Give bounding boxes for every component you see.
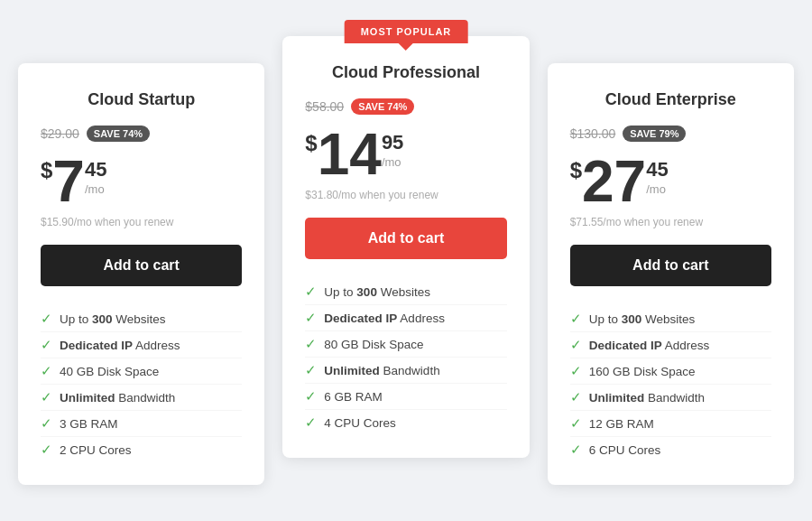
feature-text: Dedicated IP Address (324, 312, 445, 325)
check-icon: ✓ (305, 336, 317, 352)
pricing-row: $58.00SAVE 74% (305, 98, 506, 115)
plan-name: Cloud Professional (305, 63, 506, 82)
price-display: $745/mo (41, 153, 242, 210)
price-dollar: $ (41, 160, 52, 181)
check-icon: ✓ (41, 311, 52, 327)
price-main: 7 (52, 153, 85, 210)
check-icon: ✓ (305, 388, 317, 405)
renew-price: $15.90/mo when you renew (41, 216, 242, 228)
plan-card-enterprise: Cloud Enterprise$130.00SAVE 79%$2745/mo$… (548, 63, 794, 485)
check-icon: ✓ (305, 310, 317, 326)
price-cents-mo: 45/mo (85, 160, 106, 195)
price-cents-mo: 95/mo (382, 133, 403, 168)
feature-item: ✓Unlimited Bandwidth (570, 384, 771, 410)
feature-text: 4 CPU Cores (324, 416, 396, 430)
pricing-container: Cloud Startup$29.00SAVE 74%$745/mo$15.90… (18, 36, 794, 485)
feature-item: ✓Up to 300 Websites (41, 306, 242, 331)
feature-item: ✓80 GB Disk Space (305, 330, 506, 357)
feature-item: ✓Up to 300 Websites (305, 279, 506, 304)
save-badge: SAVE 79% (623, 126, 686, 142)
check-icon: ✓ (570, 442, 582, 458)
check-icon: ✓ (570, 363, 582, 379)
feature-item: ✓3 GB RAM (41, 410, 242, 436)
price-cents: 45 (646, 160, 668, 180)
feature-text: Unlimited Bandwidth (60, 391, 175, 405)
feature-item: ✓Dedicated IP Address (305, 304, 506, 330)
feature-text: Unlimited Bandwidth (589, 391, 705, 405)
feature-text: Dedicated IP Address (589, 339, 710, 352)
plan-card-startup: Cloud Startup$29.00SAVE 74%$745/mo$15.90… (18, 63, 264, 485)
check-icon: ✓ (570, 389, 582, 405)
feature-text: 6 CPU Cores (589, 443, 661, 457)
feature-text: Unlimited Bandwidth (324, 364, 439, 377)
feature-item: ✓Up to 300 Websites (570, 306, 771, 331)
original-price: $58.00 (305, 99, 344, 114)
check-icon: ✓ (41, 389, 52, 405)
plan-name: Cloud Enterprise (570, 90, 771, 109)
check-icon: ✓ (570, 415, 582, 432)
feature-text: 40 GB Disk Space (60, 365, 159, 378)
check-icon: ✓ (41, 442, 52, 458)
price-main: 14 (318, 126, 382, 183)
feature-item: ✓6 CPU Cores (570, 436, 771, 462)
save-badge: SAVE 74% (351, 98, 414, 115)
plan-wrapper-enterprise: Cloud Enterprise$130.00SAVE 79%$2745/mo$… (548, 36, 794, 485)
add-to-cart-button-startup[interactable]: Add to cart (41, 245, 242, 286)
original-price: $29.00 (41, 126, 79, 141)
features-list: ✓Up to 300 Websites✓Dedicated IP Address… (305, 279, 506, 435)
original-price: $130.00 (570, 126, 616, 141)
renew-price: $71.55/mo when you renew (570, 216, 771, 228)
check-icon: ✓ (305, 284, 317, 300)
check-icon: ✓ (570, 311, 582, 327)
feature-text: Up to 300 Websites (324, 285, 430, 299)
feature-text: 3 GB RAM (60, 417, 118, 431)
plan-name: Cloud Startup (41, 90, 242, 109)
feature-text: 80 GB Disk Space (324, 338, 423, 351)
feature-text: 2 CPU Cores (60, 443, 132, 457)
check-icon: ✓ (41, 415, 52, 432)
plan-wrapper-startup: Cloud Startup$29.00SAVE 74%$745/mo$15.90… (18, 36, 264, 485)
add-to-cart-button-enterprise[interactable]: Add to cart (570, 245, 771, 286)
most-popular-badge: MOST POPULAR (345, 20, 468, 43)
price-mo: /mo (85, 183, 106, 195)
feature-text: Up to 300 Websites (589, 312, 696, 326)
price-cents-mo: 45/mo (646, 160, 668, 195)
price-mo: /mo (646, 183, 668, 195)
feature-item: ✓160 GB Disk Space (570, 358, 771, 384)
price-mo: /mo (382, 156, 403, 168)
feature-item: ✓6 GB RAM (305, 383, 506, 409)
features-list: ✓Up to 300 Websites✓Dedicated IP Address… (41, 306, 242, 462)
price-cents: 95 (382, 133, 403, 153)
price-cents: 45 (85, 160, 106, 180)
feature-text: 160 GB Disk Space (589, 365, 696, 378)
feature-item: ✓Unlimited Bandwidth (305, 357, 506, 383)
feature-item: ✓2 CPU Cores (41, 436, 242, 462)
plan-card-professional: Cloud Professional$58.00SAVE 74%$1495/mo… (282, 36, 529, 458)
feature-text: Dedicated IP Address (60, 339, 180, 352)
feature-text: 12 GB RAM (589, 417, 654, 431)
feature-item: ✓12 GB RAM (570, 410, 771, 436)
feature-item: ✓Unlimited Bandwidth (41, 384, 242, 410)
add-to-cart-button-professional[interactable]: Add to cart (305, 218, 506, 259)
check-icon: ✓ (305, 414, 317, 431)
check-icon: ✓ (305, 362, 317, 378)
price-display: $2745/mo (570, 153, 771, 210)
pricing-row: $130.00SAVE 79% (570, 126, 771, 142)
price-dollar: $ (305, 133, 317, 154)
feature-text: 6 GB RAM (324, 390, 383, 404)
check-icon: ✓ (41, 363, 52, 379)
price-dollar: $ (570, 160, 582, 181)
plan-wrapper-professional: MOST POPULARCloud Professional$58.00SAVE… (282, 36, 529, 458)
price-display: $1495/mo (305, 126, 506, 183)
features-list: ✓Up to 300 Websites✓Dedicated IP Address… (570, 306, 771, 462)
feature-text: Up to 300 Websites (60, 312, 166, 326)
pricing-row: $29.00SAVE 74% (41, 126, 242, 142)
check-icon: ✓ (41, 337, 52, 353)
feature-item: ✓Dedicated IP Address (41, 331, 242, 358)
renew-price: $31.80/mo when you renew (305, 189, 506, 201)
feature-item: ✓4 CPU Cores (305, 409, 506, 435)
feature-item: ✓Dedicated IP Address (570, 331, 771, 358)
check-icon: ✓ (570, 337, 582, 353)
price-main: 27 (582, 153, 646, 210)
feature-item: ✓40 GB Disk Space (41, 358, 242, 384)
